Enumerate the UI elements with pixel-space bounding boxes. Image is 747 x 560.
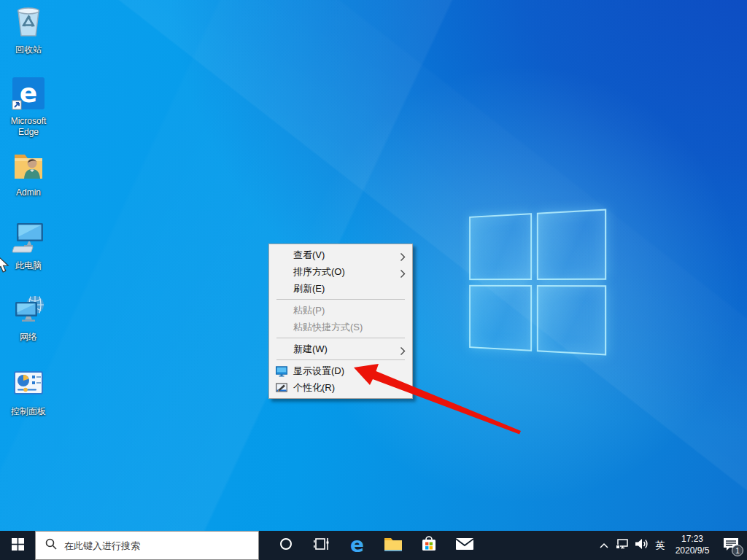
desktop-icon-admin[interactable]: Admin <box>1 147 55 198</box>
desktop-icon-label: 回收站 <box>15 44 42 55</box>
windows-logo-pane <box>536 209 606 279</box>
menu-item-label: 排序方式(O) <box>293 266 345 277</box>
clock-date: 2020/9/5 <box>670 545 715 557</box>
microsoft-store-icon <box>420 535 438 556</box>
desktop-icon-label: 网络 <box>20 332 37 343</box>
cortana-button[interactable] <box>268 531 303 560</box>
menu-item-paste-shortcut: 粘贴快捷方式(S) <box>269 319 412 335</box>
personalize-icon <box>276 382 287 399</box>
menu-separator <box>276 359 405 360</box>
mail-button[interactable] <box>446 531 482 560</box>
cortana-icon <box>279 537 293 553</box>
edge-icon: e <box>350 535 364 556</box>
network-icon <box>11 292 46 330</box>
volume-icon <box>635 538 649 553</box>
system-tray: 英 17:23 2020/9/5 1 <box>595 531 747 560</box>
edge-taskbar-button[interactable]: e <box>339 531 375 560</box>
recycle-bin-icon <box>11 4 46 42</box>
network-tray-button[interactable] <box>613 531 632 560</box>
submenu-arrow-icon <box>400 344 406 361</box>
ime-language-button[interactable]: 英 <box>651 531 670 560</box>
taskbar: e <box>0 531 747 560</box>
clock-time: 17:23 <box>670 534 715 545</box>
menu-separator <box>276 338 405 338</box>
menu-item-label: 新建(W) <box>293 343 328 354</box>
desktop-icon-recycle-bin[interactable]: 回收站 <box>1 4 55 55</box>
menu-item-paste: 粘贴(P) <box>269 302 412 319</box>
user-folder-icon <box>11 147 46 185</box>
file-explorer-icon <box>384 536 403 555</box>
computer-icon <box>11 220 46 258</box>
menu-item-label: 个性化(R) <box>293 382 335 393</box>
menu-item-sort-by[interactable]: 排序方式(O) <box>269 263 412 280</box>
tray-overflow-button[interactable] <box>595 531 613 560</box>
windows-logo-pane <box>536 285 606 356</box>
desktop-icon-label: Microsoft Edge <box>1 116 55 138</box>
chevron-up-icon <box>599 539 609 552</box>
action-center-button[interactable]: 1 <box>715 531 747 560</box>
file-explorer-button[interactable] <box>375 531 411 560</box>
wallpaper-windows-logo <box>469 209 606 355</box>
windows-logo-pane <box>469 213 531 279</box>
menu-item-display-settings[interactable]: 显示设置(D) <box>269 362 412 379</box>
menu-item-label: 刷新(E) <box>293 283 325 294</box>
menu-item-label: 查看(V) <box>293 249 325 260</box>
desktop[interactable]: 回收站 e Microsoft Edge Admin <box>0 0 747 560</box>
desktop-context-menu: 查看(V) 排序方式(O) 刷新(E) 粘贴(P) 粘贴快捷方式(S) 新建(W… <box>268 244 413 399</box>
ime-indicator: 英 <box>656 539 665 552</box>
menu-item-label: 粘贴快捷方式(S) <box>293 322 363 332</box>
microsoft-store-button[interactable] <box>411 531 446 560</box>
menu-item-new[interactable]: 新建(W) <box>269 341 412 357</box>
desktop-icon-control-panel[interactable]: 控制面板 <box>1 366 55 417</box>
task-view-icon <box>314 537 330 554</box>
notification-badge: 1 <box>732 545 743 556</box>
volume-tray-button[interactable] <box>632 531 651 560</box>
menu-item-view[interactable]: 查看(V) <box>269 246 412 263</box>
desktop-icon-label: Admin <box>16 187 41 198</box>
search-icon <box>45 538 57 553</box>
menu-item-label: 粘贴(P) <box>293 305 325 316</box>
menu-separator <box>276 299 405 300</box>
mouse-cursor <box>0 254 13 275</box>
microsoft-edge-icon: e <box>11 76 46 114</box>
network-status-icon <box>615 538 630 553</box>
control-panel-icon <box>11 366 46 404</box>
windows-logo-pane <box>469 284 531 351</box>
desktop-icon-microsoft-edge[interactable]: e Microsoft Edge <box>1 76 55 138</box>
taskbar-search-box[interactable] <box>35 531 259 560</box>
search-input[interactable] <box>64 540 239 551</box>
desktop-icon-network[interactable]: 网络 <box>1 292 55 343</box>
task-view-button[interactable] <box>303 531 339 560</box>
start-button[interactable] <box>0 531 35 560</box>
menu-item-refresh[interactable]: 刷新(E) <box>269 280 412 297</box>
windows-start-icon <box>12 538 24 553</box>
desktop-icon-label: 控制面板 <box>11 406 46 417</box>
menu-item-personalize[interactable]: 个性化(R) <box>269 379 412 396</box>
desktop-icon-label: 此电脑 <box>15 260 42 271</box>
taskbar-app-buttons: e <box>268 531 482 560</box>
mail-icon <box>455 537 474 554</box>
taskbar-clock[interactable]: 17:23 2020/9/5 <box>670 534 715 556</box>
menu-item-label: 显示设置(D) <box>293 365 344 376</box>
svg-text:e: e <box>20 78 37 108</box>
